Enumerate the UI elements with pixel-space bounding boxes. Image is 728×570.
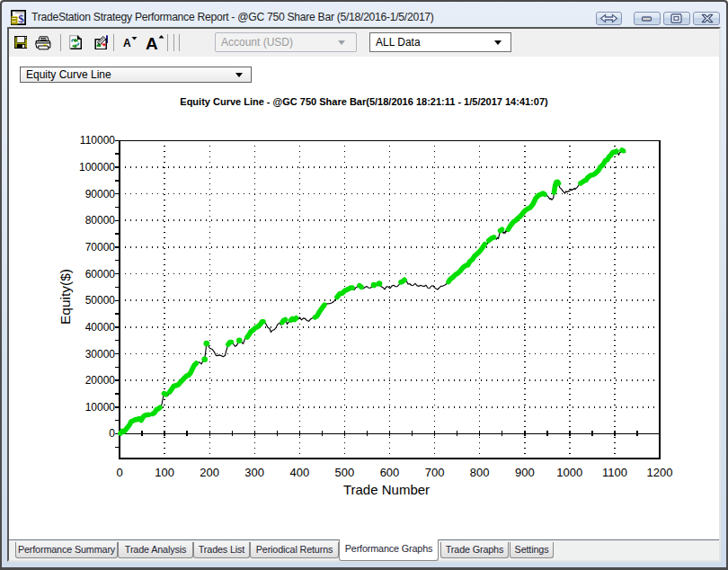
svg-text:60000: 60000 xyxy=(85,268,116,281)
svg-text:70000: 70000 xyxy=(85,241,116,254)
svg-text:300: 300 xyxy=(244,466,264,479)
svg-text:1100: 1100 xyxy=(602,466,627,479)
svg-text:600: 600 xyxy=(380,466,400,479)
svg-text:50000: 50000 xyxy=(85,294,116,307)
svg-text:800: 800 xyxy=(470,466,490,479)
svg-text:100: 100 xyxy=(155,466,174,479)
svg-text:1000: 1000 xyxy=(556,466,582,479)
svg-text:0: 0 xyxy=(109,427,115,440)
svg-text:900: 900 xyxy=(515,466,535,479)
svg-text:90000: 90000 xyxy=(85,188,116,200)
svg-text:0: 0 xyxy=(116,466,122,479)
svg-text:100000: 100000 xyxy=(79,161,115,174)
svg-text:700: 700 xyxy=(425,466,445,479)
svg-text:200: 200 xyxy=(200,466,219,479)
svg-text:Trade Number: Trade Number xyxy=(343,482,430,497)
svg-text:40000: 40000 xyxy=(85,321,116,334)
svg-text:110000: 110000 xyxy=(80,134,115,147)
svg-text:500: 500 xyxy=(335,466,355,479)
svg-text:10000: 10000 xyxy=(85,401,116,414)
svg-text:Equity($): Equity($) xyxy=(58,269,73,325)
svg-text:80000: 80000 xyxy=(85,214,116,227)
svg-text:400: 400 xyxy=(289,466,309,479)
svg-text:1200: 1200 xyxy=(647,466,673,479)
svg-text:20000: 20000 xyxy=(85,374,116,387)
svg-text:30000: 30000 xyxy=(85,348,116,361)
